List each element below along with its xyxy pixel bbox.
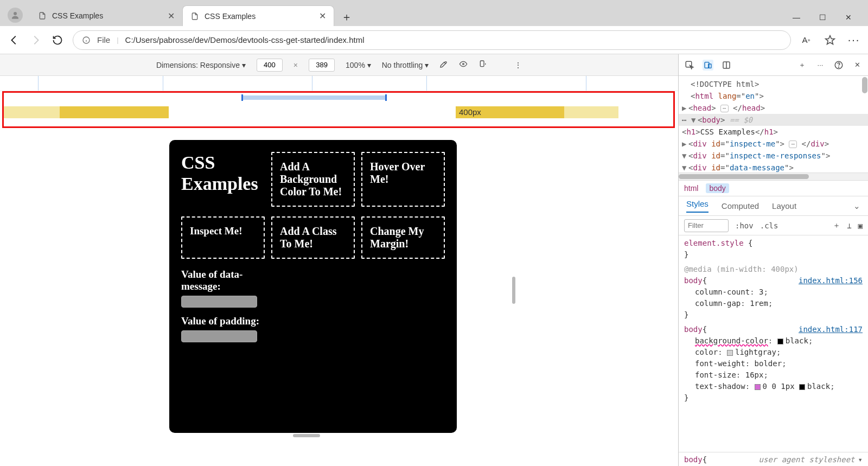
elements-tab-icon[interactable]: [721, 60, 732, 71]
profile-avatar[interactable]: [8, 8, 23, 23]
menu-icon[interactable]: ···: [847, 34, 860, 47]
svg-point-5: [463, 63, 464, 65]
device-toolbar: Dimensions: Responsive ▾ × 100% ▾ No thr…: [0, 54, 678, 76]
devtools-panel: ＋ ··· ✕ <!DOCTYPE html> <html lang="en">…: [678, 54, 868, 466]
minimize-icon[interactable]: —: [791, 13, 802, 22]
browser-tab-1[interactable]: CSS Examples ✕: [182, 5, 334, 26]
more-tabs-icon[interactable]: ⌄: [853, 201, 860, 211]
help-icon[interactable]: [833, 60, 844, 71]
devtools-more-icon[interactable]: ···: [815, 60, 826, 71]
box-change-margin[interactable]: Change My Margin!: [361, 216, 445, 259]
box-inspect[interactable]: Inspect Me!: [181, 216, 265, 259]
data-message-input[interactable]: [181, 296, 257, 308]
devtools-tabstrip: ＋ ··· ✕: [679, 54, 868, 76]
close-tab-icon[interactable]: ✕: [319, 11, 326, 21]
viewport-height-input[interactable]: [309, 59, 335, 72]
rotate-icon[interactable]: [478, 60, 487, 70]
device-more-icon[interactable]: ⋮: [514, 61, 522, 69]
dom-horizontal-scrollbar[interactable]: [679, 173, 868, 180]
chevron-down-icon[interactable]: ▾: [858, 455, 863, 464]
label-data-message: Value of data-message:: [181, 269, 265, 292]
svg-point-13: [839, 67, 839, 67]
tab-title: CSS Examples: [52, 11, 162, 20]
styles-pane-menu-icon[interactable]: ▣: [858, 221, 863, 230]
box-hover[interactable]: Hover Over Me!: [361, 152, 445, 207]
crumb-html[interactable]: html: [684, 184, 698, 193]
padding-input[interactable]: [181, 330, 257, 342]
browser-tab-0[interactable]: CSS Examples ✕: [30, 5, 182, 26]
forward-button[interactable]: [29, 34, 42, 47]
dimension-separator: ×: [293, 61, 298, 69]
page-body[interactable]: CSS Examples Add A Background Color To M…: [169, 140, 457, 433]
favorite-icon[interactable]: [824, 34, 837, 47]
tab-styles[interactable]: Styles: [686, 199, 709, 213]
throttling-dropdown[interactable]: No throttling ▾: [382, 61, 429, 69]
styles-filter-input[interactable]: [684, 219, 729, 232]
dom-breadcrumb[interactable]: html body: [679, 180, 868, 196]
url-text: C:/Users/pabrosse/dev/Demos/devtools-css…: [125, 35, 365, 44]
media-query-ruler: 400px: [0, 76, 678, 130]
read-aloud-icon[interactable]: A»: [800, 34, 813, 47]
crumb-body[interactable]: body: [706, 183, 729, 193]
tab-title: CSS Examples: [205, 12, 314, 21]
dimensions-dropdown[interactable]: Dimensions: Responsive ▾: [156, 61, 246, 69]
maximize-icon[interactable]: ☐: [817, 13, 828, 22]
zoom-dropdown[interactable]: 100% ▾: [346, 61, 371, 69]
label-padding: Value of padding:: [181, 315, 265, 327]
source-link[interactable]: index.html:156: [799, 275, 863, 286]
add-panel-icon[interactable]: ＋: [796, 60, 807, 71]
styles-filter-row: :hov .cls ＋ ⟂ ▣: [679, 216, 868, 235]
dom-vertical-scrollbar[interactable]: [862, 77, 867, 93]
eyedropper-icon[interactable]: [439, 60, 448, 70]
source-link[interactable]: index.html:117: [799, 324, 863, 335]
box-add-class[interactable]: Add A Class To Me!: [271, 216, 355, 259]
viewport-resize-right[interactable]: [512, 277, 515, 304]
breakpoint-label: 400px: [459, 107, 481, 117]
inspect-element-icon[interactable]: [684, 60, 695, 71]
min-width-bar-left[interactable]: [4, 106, 169, 118]
box-add-background[interactable]: Add A Background Color To Me!: [271, 152, 355, 207]
close-devtools-icon[interactable]: ✕: [852, 60, 863, 71]
user-agent-rule[interactable]: body { user agent stylesheet ▾: [679, 452, 868, 466]
viewport-width-input[interactable]: [257, 59, 283, 72]
viewport-resize-bottom[interactable]: [293, 434, 320, 437]
dom-tree[interactable]: <!DOCTYPE html> <html lang="en"> ▶<head>…: [679, 76, 868, 173]
browser-navbar: File | C:/Users/pabrosse/dev/Demos/devto…: [0, 26, 868, 54]
device-emulation-icon[interactable]: [703, 60, 713, 71]
tab-computed[interactable]: Computed: [722, 201, 759, 210]
styles-rules[interactable]: element.style { } @media (min-width: 400…: [679, 235, 868, 452]
new-style-rule-icon[interactable]: ＋: [833, 221, 840, 231]
tab-layout[interactable]: Layout: [772, 201, 796, 210]
separator: |: [117, 36, 118, 44]
page-heading: CSS Examples: [181, 152, 265, 207]
new-tab-button[interactable]: ＋: [337, 8, 356, 26]
window-controls: — ☐ ✕: [791, 13, 864, 26]
dom-node-body[interactable]: ⋯ ▼<body> == $0: [679, 114, 868, 126]
reload-button[interactable]: [51, 34, 64, 47]
media-query-text: @media (min-width: 400px): [684, 264, 863, 275]
svg-point-0: [14, 12, 17, 15]
hov-toggle[interactable]: :hov: [735, 221, 754, 230]
cls-toggle[interactable]: .cls: [760, 221, 778, 230]
styles-subtabs: Styles Computed Layout ⌄: [679, 196, 868, 216]
value-readouts: Value of data-message: Value of padding:: [181, 269, 265, 350]
back-button[interactable]: [8, 34, 21, 47]
svg-rect-6: [480, 61, 484, 67]
browser-titlebar: CSS Examples ✕ CSS Examples ✕ ＋ — ☐ ✕: [0, 0, 868, 26]
close-tab-icon[interactable]: ✕: [168, 11, 175, 21]
info-icon: [82, 36, 91, 44]
close-window-icon[interactable]: ✕: [843, 13, 854, 22]
scheme-label: File: [97, 35, 110, 44]
address-bar[interactable]: File | C:/Users/pabrosse/dev/Demos/devto…: [73, 30, 791, 50]
max-width-bar[interactable]: [241, 95, 387, 100]
vision-icon[interactable]: [459, 60, 468, 70]
svg-marker-4: [826, 35, 835, 44]
pin-icon[interactable]: ⟂: [847, 221, 851, 230]
emulated-viewport: CSS Examples Add A Background Color To M…: [0, 130, 678, 466]
